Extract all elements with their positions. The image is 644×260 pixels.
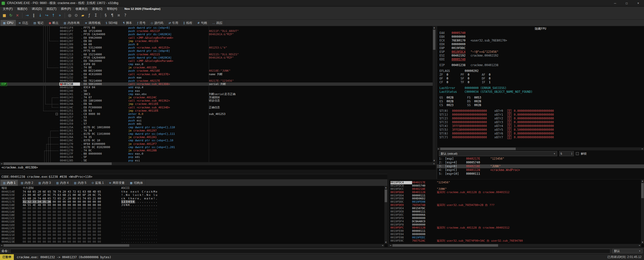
disasm-row[interactable]: 0040122B.68 8E214000push crackme.40218E4… — [0, 69, 433, 72]
disasm-row[interactable]: 0040126A.74 35je crackme.4012A1 — [0, 136, 433, 139]
argument-row[interactable]: 3:[esp+8]0040218E"JUNK" — [437, 164, 644, 168]
register-row[interactable]: EDX00000000 — [437, 42, 644, 46]
argument-count-stepper[interactable]: 5 ▲▼ — [559, 151, 574, 156]
menu-item-4[interactable]: 插件(P) — [59, 7, 73, 11]
argument-row[interactable]: 1:[esp]0040217E"123456" — [437, 157, 644, 161]
register-row[interactable]: EDI00005740 — [437, 58, 644, 61]
menu-item-5[interactable]: 收藏夹(I) — [73, 7, 90, 11]
register-row[interactable]: ST(4)3FFF8000000000000000x87r4空1.0000000… — [437, 124, 644, 128]
goto-button[interactable]: ◎ — [66, 12, 73, 19]
tab-handles[interactable]: #句柄 — [195, 20, 210, 26]
disasm-row[interactable]: 00401285.5Epop esi — [0, 159, 433, 162]
stack-row[interactable]: 0019FDE076E947AB返回到 user32.sub_76E94780+… — [389, 204, 638, 207]
memory-row[interactable]: 0040219E00 00 00 00 00 00 00 00 00 00 00… — [0, 207, 387, 210]
function-collapse-box[interactable]: - — [56, 113, 58, 115]
step-into-button[interactable]: ↓ — [37, 12, 44, 19]
scroll-left-arrow[interactable]: ◄ — [0, 244, 3, 247]
disasm-row[interactable]: 00401259.57push edi — [0, 122, 433, 125]
register-row[interactable]: LastError00000000 (ERROR_SUCCESS) — [437, 86, 644, 90]
close-button[interactable]: × — [632, 0, 644, 6]
register-row[interactable]: EAX00005740 — [437, 31, 644, 35]
stack-row[interactable]: 0019FDC40040217E"123456" — [389, 181, 638, 184]
watch-button[interactable]: ⊙ — [73, 12, 79, 19]
memory-row[interactable]: 0040218E4A 55 4E 4B 00 00 00 00 00 00 00… — [0, 203, 387, 207]
bottom-tab-dump4[interactable]: ▥内存 4 — [54, 180, 71, 186]
register-row[interactable]: ESI00402192crackme.00402192 — [437, 54, 644, 58]
scroll-left-arrow[interactable]: ◄ — [0, 162, 3, 165]
disasm-row[interactable]: 0040124C.E8 FC000000call <crackme.sub_40… — [0, 106, 433, 109]
scrollbar-thumb[interactable] — [4, 244, 129, 247]
bottom-tab-watch1[interactable]: ⊙监视 1 — [89, 180, 106, 186]
tab-breakpoints[interactable]: ●断点 — [46, 20, 61, 26]
register-row[interactable]: ST(5)3FFE8000000000000000x87r5空0.5000000… — [437, 128, 644, 132]
minimize-button[interactable]: ─ — [609, 0, 621, 6]
tab-log[interactable]: ≡日志 — [16, 20, 31, 26]
register-row[interactable]: EBP0019FDDC — [437, 46, 644, 50]
register-row[interactable]: CS0023SS002B — [437, 103, 644, 107]
memory-row[interactable]: 004021BE00 00 00 00 00 00 00 00 00 00 00… — [0, 213, 387, 217]
scroll-up-arrow[interactable]: ▲ — [384, 186, 387, 189]
tab-notes[interactable]: ▤笔记 — [31, 20, 46, 26]
memory-row[interactable]: 0040216E63 6B 20 74 68 65 72 65 2C 20 6D… — [0, 197, 387, 200]
close-process-button[interactable]: × — [14, 12, 21, 19]
restart-button[interactable]: ↻ — [8, 12, 14, 19]
disasm-row[interactable]: 0040127D.74 0Cje crackme.40128B — [0, 149, 433, 152]
patch-button[interactable]: ▰ — [79, 12, 86, 19]
disasm-row[interactable]: 00401209.6A 00push 0 — [0, 43, 433, 46]
script-button[interactable]: ¶ — [109, 12, 115, 19]
disasm-row[interactable]: 0040121E.E8 7D020000call <JMP.&DialogBox… — [0, 59, 433, 63]
stack-row[interactable]: 0019FDFC00401128返回到 crackme.sub_401128 自… — [389, 226, 638, 230]
disasm-row[interactable]: 00401218.FF35 CA204000push dword ptr ds:… — [0, 56, 433, 59]
command-mode-select[interactable]: 默认 ▼ — [612, 249, 642, 253]
stack-row[interactable]: 0019FE0C76E752AC返回到 user32.sub_76E74F00+… — [389, 239, 638, 243]
scroll-up-arrow[interactable]: ▲ — [641, 180, 644, 183]
stack-row[interactable]: 0019FDDC0019FE08 — [389, 200, 638, 204]
disassembly-horizontal-scrollbar[interactable]: ◄ ► — [0, 162, 436, 165]
tab-cpu[interactable]: ▦CPU — [1, 20, 16, 26]
scrollbar-thumb[interactable] — [4, 162, 112, 165]
tab-threads[interactable]: ∥线程 — [181, 20, 195, 26]
tab-call-stack[interactable]: ≡调用堆栈 — [82, 20, 103, 26]
disasm-row[interactable]: 00401253.C8 0000 00enter 0,0sub_401253 — [0, 112, 433, 116]
scroll-right-arrow[interactable]: ► — [638, 244, 641, 247]
tab-references[interactable]: ⇄引用 — [166, 20, 181, 26]
memory-vertical-scrollbar[interactable]: ▲ ▼ — [384, 186, 387, 244]
disasm-row[interactable]: 0040126C.837D 0C 10cmp dword ptr ss:[ebp… — [0, 139, 433, 142]
memory-row[interactable]: 004021CE00 00 00 00 00 00 00 00 00 00 00… — [0, 217, 387, 220]
tab-symbols[interactable]: ƒ符号 — [135, 20, 148, 26]
help-button[interactable]: ? — [122, 12, 129, 19]
disassembly-vertical-scrollbar[interactable]: ▲ ▼ — [433, 26, 436, 162]
disasm-row[interactable]: 00401213.68 15214000push crackme.4021154… — [0, 53, 433, 56]
menu-item-2[interactable]: 调试(D) — [29, 7, 44, 11]
register-row[interactable]: LastStatusC0000034 (STATUS_OBJECT_NAME_N… — [437, 90, 644, 94]
scroll-down-arrow[interactable]: ▼ — [433, 159, 436, 162]
register-row[interactable]: EBX00000000 — [437, 35, 644, 39]
scroll-right-arrow[interactable]: ► — [433, 162, 436, 165]
register-row[interactable]: ST(1)00000000000000000000x87r1空0.0000000… — [437, 113, 644, 117]
bottom-tab-dump1[interactable]: ▥内存 1 — [1, 180, 18, 186]
scroll-right-arrow[interactable]: ► — [381, 244, 384, 247]
register-row[interactable]: EFLAGS00000202 — [437, 69, 644, 73]
bottom-tab-locals[interactable]: ≡局部变量 — [106, 180, 127, 186]
stack-row[interactable]: 0019FDF000000000 — [389, 217, 638, 220]
disasm-row[interactable]: 00401270.0F84 81000000je crackme.4012F7 — [0, 142, 433, 146]
stack-horizontal-scrollbar[interactable]: ◄ ► — [389, 244, 641, 247]
stack-row[interactable]: 0019FDC800005740 — [389, 184, 638, 188]
memory-row[interactable]: 004021AE00 00 00 00 00 00 00 00 00 00 00… — [0, 210, 387, 213]
bottom-tab-struct[interactable]: ▦结构体 — [128, 180, 146, 186]
pause-button[interactable]: ∥ — [30, 12, 37, 19]
disasm-row[interactable]: 00401261.74 34je crackme.401297 — [0, 129, 433, 132]
register-row[interactable]: EIP00401238crackme.00401238 — [437, 63, 644, 67]
disasm-row[interactable]: 00401257.53push ebx — [0, 116, 433, 119]
register-row[interactable]: ST(0)00000000000000000000x87r0空0.0000000… — [437, 109, 644, 113]
argument-row[interactable]: 5:[esp+10]00000111 — [437, 172, 644, 176]
register-row[interactable]: CF0TF0IF1 — [437, 80, 644, 84]
scroll-up-arrow[interactable]: ▲ — [433, 26, 436, 29]
register-row[interactable]: ESP0019FDC4"~!@"==&"123456" — [437, 50, 644, 54]
disasm-row[interactable]: 00401245.E8 18010000call <crackme.sub_40… — [0, 99, 433, 102]
register-row[interactable]: GS002BFS0053 — [437, 96, 644, 100]
memory-row[interactable]: 004021FE00 00 00 00 00 00 00 00 00 00 00… — [0, 227, 387, 230]
memory-row[interactable]: 0040220E00 00 00 00 00 00 00 00 00 00 00… — [0, 230, 387, 233]
menu-item-0[interactable]: 文件(F) — [1, 7, 15, 11]
unlock-checkbox[interactable] — [576, 152, 579, 155]
